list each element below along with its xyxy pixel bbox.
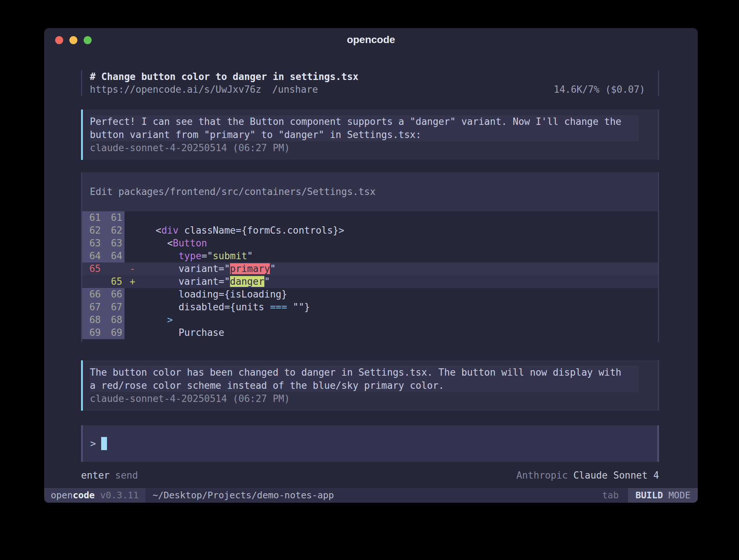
diff-row: 6363 <Button	[82, 237, 658, 250]
model-name: Claude Sonnet 4	[573, 469, 659, 482]
edit-file-path: Edit packages/frontend/src/containers/Se…	[82, 172, 658, 211]
unshare-command[interactable]: /unshare	[272, 83, 318, 96]
share-url[interactable]: https://opencode.ai/s/UwJxv76z	[90, 83, 261, 96]
model-provider: Anthropic	[516, 469, 568, 482]
diff-row: 6262 <div className={formCs.controls}>	[82, 224, 658, 237]
working-directory: ~/Desktop/Projects/demo-notes-app	[145, 488, 593, 503]
app-name-normal: open	[51, 488, 73, 503]
prompt-symbol: >	[90, 438, 96, 449]
app-version: v0.3.11	[95, 488, 138, 503]
mode-indicator[interactable]: BUILD MODE	[628, 488, 698, 503]
diff-view: 61616262 <div className={formCs.controls…	[82, 211, 658, 339]
assistant-message-text: The button color has been changed to dan…	[90, 366, 649, 392]
diff-row: 65- variant="primary"	[82, 262, 658, 275]
status-bar: opencode v0.3.11 ~/Desktop/Projects/demo…	[44, 488, 698, 503]
message-model-timestamp: claude-sonnet-4-20250514 (06:27 PM)	[90, 141, 649, 154]
window-title: opencode	[44, 34, 698, 46]
session-title: # Change button color to danger in setti…	[90, 70, 645, 83]
session-share-row: https://opencode.ai/s/UwJxv76z /unshare …	[90, 83, 645, 96]
app-window: opencode # Change button color to danger…	[44, 28, 698, 503]
assistant-message-text: Perfect! I can see that the Button compo…	[90, 115, 649, 141]
message-model-timestamp: claude-sonnet-4-20250514 (06:27 PM)	[90, 392, 649, 405]
mode-label-bold: BUILD	[635, 488, 663, 503]
mode-label-normal: MODE	[669, 488, 690, 503]
app-name-bold: code	[73, 488, 95, 503]
prompt-input[interactable]: >	[81, 425, 659, 462]
diff-row: 6767 disabled={units === ""}	[82, 301, 658, 314]
diff-row: 65+ variant="danger"	[82, 275, 658, 288]
assistant-message: Perfect! I can see that the Button compo…	[81, 110, 659, 160]
assistant-message: The button color has been changed to dan…	[81, 360, 659, 411]
session-content: # Change button color to danger in setti…	[44, 70, 698, 482]
tab-key-hint[interactable]: tab	[593, 488, 628, 503]
edit-tool-card: Edit packages/frontend/src/containers/Se…	[81, 172, 659, 342]
input-footer: enter send Anthropic Claude Sonnet 4	[81, 469, 659, 482]
diff-row: 6868 >	[82, 314, 658, 326]
context-usage-stats: 14.6K/7% ($0.07)	[554, 83, 645, 96]
session-header: # Change button color to danger in setti…	[81, 70, 659, 96]
send-action-hint: send	[115, 469, 138, 482]
diff-row: 6464 type="submit"	[82, 250, 658, 262]
text-cursor	[101, 437, 107, 450]
app-version-segment: opencode v0.3.11	[44, 488, 145, 503]
diff-row: 6161	[82, 211, 658, 224]
window-titlebar: opencode	[44, 28, 698, 51]
mode-separator	[663, 488, 669, 503]
diff-row: 6666 loading={isLoading}	[82, 288, 658, 301]
enter-key-hint: enter	[81, 469, 110, 482]
diff-row: 6969 Purchase	[82, 326, 658, 339]
